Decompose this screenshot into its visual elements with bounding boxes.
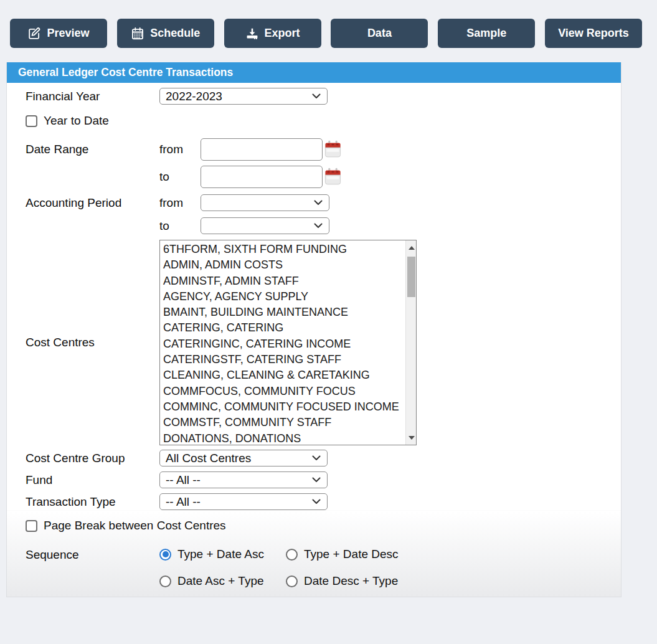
date-range-label: Date Range: [26, 143, 159, 156]
cost-centre-option[interactable]: DONATIONS, DONATIONS: [160, 431, 407, 445]
sequence-option-label: Date Asc + Type: [177, 574, 264, 588]
scroll-up-button[interactable]: [406, 242, 417, 253]
data-button[interactable]: Data: [331, 19, 428, 48]
radio-icon: [286, 575, 298, 587]
sequence-radio-option[interactable]: Date Desc + Type: [286, 574, 399, 588]
sequence-option-label: Type + Date Asc: [177, 547, 264, 561]
data-button-label: Data: [367, 27, 392, 40]
export-button[interactable]: Export: [224, 19, 321, 48]
arrow-up-icon: [409, 246, 415, 250]
preview-button-label: Preview: [47, 27, 89, 40]
date-to-input[interactable]: [201, 166, 323, 188]
chevron-down-icon: [312, 93, 321, 99]
transaction-type-label: Transaction Type: [26, 495, 159, 509]
sequence-row: Sequence Type + Date Asc Type + Date Des…: [7, 547, 621, 588]
fund-row: Fund -- All --: [7, 471, 621, 488]
date-range-to-row: to: [7, 166, 621, 188]
cost-centres-listbox[interactable]: 6THFORM, SIXTH FORM FUNDING ADMIN, ADMIN…: [159, 240, 417, 445]
scroll-down-button[interactable]: [406, 432, 417, 443]
year-to-date-row: Year to Date: [7, 114, 621, 128]
period-to-sublabel: to: [159, 219, 201, 233]
date-to-sublabel: to: [159, 170, 201, 184]
fund-select[interactable]: -- All --: [159, 471, 328, 488]
schedule-button-label: Schedule: [150, 27, 200, 40]
sample-button-label: Sample: [466, 27, 506, 40]
cost-centres-row: Cost Centres 6THFORM, SIXTH FORM FUNDING…: [7, 240, 621, 445]
download-icon: [245, 27, 259, 40]
view-reports-button[interactable]: View Reports: [545, 19, 642, 48]
cost-centre-option[interactable]: 6THFORM, SIXTH FORM FUNDING: [160, 242, 407, 257]
accounting-period-from-row: Accounting Period from: [7, 194, 621, 211]
accounting-period-to-row: to: [7, 217, 621, 234]
year-to-date-checkbox[interactable]: [26, 115, 37, 127]
fund-value: -- All --: [166, 473, 201, 487]
arrow-down-icon: [409, 436, 415, 440]
sequence-label: Sequence: [26, 547, 159, 562]
date-from-sublabel: from: [159, 143, 201, 156]
financial-year-value: 2022-2023: [166, 90, 222, 103]
export-button-label: Export: [265, 27, 300, 40]
period-from-sublabel: from: [159, 196, 201, 210]
radio-icon: [286, 549, 298, 561]
calendar-picker-icon: [324, 168, 341, 186]
sample-button[interactable]: Sample: [438, 19, 535, 48]
view-reports-button-label: View Reports: [558, 27, 629, 40]
panel-footer: Page Break between Cost Centres Sequence…: [7, 510, 621, 597]
date-from-input[interactable]: [201, 138, 323, 161]
schedule-button[interactable]: Schedule: [117, 19, 214, 48]
accounting-period-to-select[interactable]: [201, 217, 329, 234]
fund-label: Fund: [26, 473, 159, 487]
accounting-period-from-select[interactable]: [201, 194, 329, 211]
sequence-radio-option[interactable]: Date Asc + Type: [159, 574, 286, 588]
chevron-down-icon: [314, 223, 323, 229]
cost-centre-option[interactable]: COMMFOCUS, COMMUNITY FOCUS: [160, 384, 407, 399]
sequence-radio-option[interactable]: Type + Date Desc: [286, 547, 399, 561]
panel-title: General Ledger Cost Centre Transactions: [7, 62, 621, 83]
radio-icon: [159, 549, 171, 561]
listbox-scrollbar: [405, 240, 416, 445]
cost-centre-group-label: Cost Centre Group: [26, 452, 159, 465]
cost-centre-option[interactable]: CLEANING, CLEANING & CARETAKING: [160, 367, 407, 383]
sequence-option-label: Date Desc + Type: [304, 574, 398, 588]
chevron-down-icon: [312, 455, 321, 461]
transaction-type-row: Transaction Type -- All --: [7, 493, 621, 510]
financial-year-select[interactable]: 2022-2023: [159, 88, 328, 105]
chevron-down-icon: [312, 477, 321, 483]
edit-icon: [27, 27, 41, 40]
cost-centres-options: 6THFORM, SIXTH FORM FUNDING ADMIN, ADMIN…: [160, 240, 407, 445]
cost-centre-option[interactable]: CATERINGSTF, CATERING STAFF: [160, 352, 407, 367]
cost-centre-group-row: Cost Centre Group All Cost Centres: [7, 450, 621, 466]
cost-centre-option[interactable]: ADMIN, ADMIN COSTS: [160, 257, 407, 273]
transaction-type-select[interactable]: -- All --: [159, 493, 328, 510]
cost-centre-option[interactable]: ADMINSTF, ADMIN STAFF: [160, 273, 407, 289]
calendar-icon: [131, 27, 144, 40]
cost-centre-option[interactable]: COMMSTF, COMMUNITY STAFF: [160, 415, 407, 430]
sequence-options: Type + Date Asc Type + Date Desc Date As…: [159, 547, 399, 588]
transaction-type-value: -- All --: [166, 495, 201, 509]
preview-button[interactable]: Preview: [10, 19, 107, 48]
cost-centre-option[interactable]: AGENCY, AGENCY SUPPLY: [160, 289, 407, 305]
page-break-label[interactable]: Page Break between Cost Centres: [44, 519, 226, 533]
year-to-date-label[interactable]: Year to Date: [44, 114, 109, 128]
radio-icon: [159, 575, 171, 587]
financial-year-label: Financial Year: [26, 90, 159, 103]
chevron-down-icon: [314, 200, 323, 206]
cost-centres-label: Cost Centres: [26, 336, 159, 349]
cost-centre-option[interactable]: COMMINC, COMMUNITY FOCUSED INCOME: [160, 399, 407, 415]
accounting-period-label: Accounting Period: [26, 196, 159, 210]
date-range-from-row: Date Range from: [7, 138, 621, 161]
sequence-radio-option[interactable]: Type + Date Asc: [159, 547, 286, 561]
chevron-down-icon: [312, 499, 321, 504]
cost-centre-group-select[interactable]: All Cost Centres: [159, 450, 328, 466]
page-break-checkbox[interactable]: [26, 520, 37, 532]
date-to-calendar-button[interactable]: [324, 168, 341, 186]
scrollbar-thumb[interactable]: [407, 257, 415, 297]
cost-centre-option[interactable]: CATERINGINC, CATERING INCOME: [160, 336, 407, 352]
report-panel: General Ledger Cost Centre Transactions …: [6, 62, 622, 597]
cost-centre-option[interactable]: BMAINT, BUILDING MAINTENANCE: [160, 305, 407, 320]
cost-centre-group-value: All Cost Centres: [166, 452, 251, 465]
date-from-calendar-button[interactable]: [324, 140, 341, 159]
calendar-picker-icon: [324, 140, 341, 159]
cost-centre-option[interactable]: CATERING, CATERING: [160, 320, 407, 336]
page-break-row: Page Break between Cost Centres: [7, 511, 621, 533]
